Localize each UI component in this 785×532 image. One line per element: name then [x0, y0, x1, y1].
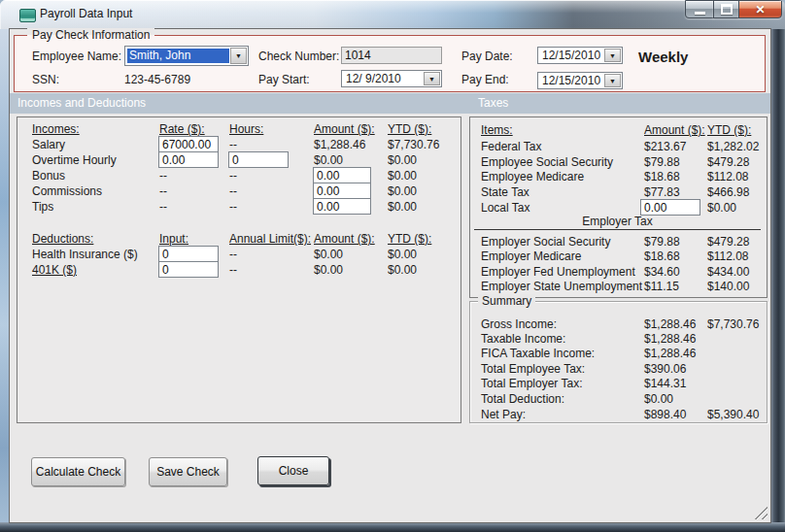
- hours-value: --: [229, 183, 237, 199]
- annual-limit-value: --: [229, 247, 237, 262]
- ssn-label: SSN:: [32, 73, 59, 86]
- ytd-value: $7,730.76: [388, 137, 439, 152]
- incomes-deductions-panel: Incomes: Rate ($): Hours: Amount ($): YT…: [17, 116, 461, 423]
- row-label: Total Deduction:: [481, 391, 564, 407]
- tax-row-employer-social-security: Employer Social Security $79.88 $479.28: [470, 234, 767, 249]
- row-label: Tips: [32, 199, 53, 215]
- minimize-button[interactable]: [685, 0, 714, 18]
- pay-end-value: 12/15/2010: [542, 73, 600, 88]
- summary-row-taxable-income: Taxable Income: $1,288.46: [470, 331, 767, 347]
- amount-value: $1,288.46: [644, 316, 696, 332]
- local-tax-input[interactable]: [640, 199, 700, 216]
- dropdown-arrow-icon[interactable]: ▼: [604, 74, 621, 87]
- ytd-value: $112.08: [707, 249, 749, 264]
- summary-row-net-pay: Net Pay: $898.40 $5,390.40: [470, 407, 767, 422]
- income-row-bonus: Bonus -- -- $0.00: [17, 168, 461, 183]
- summary-row-total-deduction: Total Deduction: $0.00: [470, 391, 767, 407]
- tax-row-state: State Tax $77.83 $466.98: [470, 184, 767, 200]
- pay-date-picker[interactable]: 12/15/2010 ▼: [537, 47, 623, 64]
- summary-row-fica-taxable-income: FICA Taxable Income: $1,288.46: [470, 346, 767, 361]
- amount-header: Amount ($):: [314, 231, 375, 247]
- pay-end-picker[interactable]: 12/15/2010 ▼: [537, 72, 623, 89]
- pay-start-picker[interactable]: 12/ 9/2010 ▼: [341, 70, 442, 87]
- overtime-hours-input[interactable]: [228, 151, 289, 168]
- dropdown-arrow-icon[interactable]: ▼: [230, 48, 247, 64]
- pay-check-information-group: Pay Check Information Employee Name: Smi…: [14, 35, 766, 92]
- amount-header: Amount ($):: [644, 122, 705, 138]
- row-label: Health Insurance ($): [32, 247, 138, 262]
- check-number-input[interactable]: [341, 47, 442, 64]
- tips-amount-input[interactable]: [313, 198, 371, 215]
- hours-value: --: [229, 168, 237, 183]
- amount-value: $0.00: [314, 247, 343, 262]
- resize-grip[interactable]: [754, 506, 768, 519]
- tax-row-employer-state-unemployment: Employer State Unemployment $11.15 $140.…: [470, 279, 767, 294]
- close-window-button[interactable]: ✕: [738, 0, 782, 18]
- row-label: Employer Fed Unemployment: [481, 264, 635, 280]
- employee-name-combobox[interactable]: Smith, John ▼: [124, 46, 249, 66]
- row-label: Bonus: [32, 168, 65, 183]
- group-label: Pay Check Information: [27, 28, 154, 42]
- row-label: Employer State Unemployment: [481, 279, 642, 294]
- row-label: Gross Income:: [481, 316, 557, 332]
- ytd-value: $7,730.76: [707, 316, 759, 332]
- incomes-header: Incomes:: [32, 121, 80, 137]
- maximize-icon: [721, 4, 733, 15]
- income-row-overtime: Overtime Hourly $0.00 $0.00: [17, 152, 461, 168]
- row-label: Federal Tax: [481, 139, 541, 154]
- income-row-commissions: Commissions -- -- $0.00: [17, 183, 461, 199]
- row-label: Overtime Hourly: [32, 152, 117, 168]
- row-label: Net Pay:: [481, 407, 526, 422]
- income-row-tips: Tips -- -- $0.00: [17, 199, 461, 215]
- salary-rate-input[interactable]: [158, 136, 219, 152]
- window-border-bottom: [0, 522, 785, 532]
- title-bar[interactable]: Payroll Data Input: [0, 0, 785, 30]
- incomes-header-row: Incomes: Rate ($): Hours: Amount ($): YT…: [17, 121, 461, 137]
- row-label: Commissions: [32, 183, 102, 199]
- calculate-check-button[interactable]: Calculate Check: [31, 457, 125, 486]
- deductions-header-row: Deductions: Input: Annual Limit($): Amou…: [17, 231, 461, 247]
- ssn-value: 123-45-6789: [124, 73, 190, 86]
- rate-value: --: [159, 183, 167, 199]
- amount-value: $0.00: [314, 262, 343, 278]
- deduction-row-health-insurance: Health Insurance ($) -- $0.00 $0.00: [17, 247, 461, 262]
- close-button[interactable]: Close: [257, 456, 329, 485]
- overtime-rate-input[interactable]: [158, 151, 219, 168]
- ytd-value: $1,282.02: [707, 139, 759, 154]
- ytd-value: $0.00: [388, 183, 417, 199]
- amount-value: $144.31: [644, 376, 686, 391]
- amount-header: Amount ($):: [314, 121, 375, 137]
- maximize-button[interactable]: [713, 0, 739, 18]
- row-label: Local Tax: [481, 200, 529, 216]
- amount-value: $18.68: [644, 169, 680, 184]
- pay-start-value: 12/ 9/2010: [346, 71, 401, 86]
- hours-value: --: [229, 199, 237, 215]
- deductions-header: Deductions:: [32, 231, 93, 247]
- employee-name-value: Smith, John: [127, 49, 229, 63]
- row-label: Employee Social Security: [481, 154, 613, 170]
- amount-value: $0.00: [644, 391, 673, 407]
- ytd-value: $466.98: [707, 184, 749, 200]
- dropdown-arrow-icon[interactable]: ▼: [424, 72, 440, 85]
- row-label-401k: 401K ($): [32, 262, 77, 278]
- commissions-amount-input[interactable]: [313, 183, 371, 199]
- bonus-amount-input[interactable]: [313, 167, 371, 183]
- row-label: State Tax: [481, 184, 529, 200]
- health-insurance-input[interactable]: [158, 246, 219, 262]
- check-number-label: Check Number:: [258, 50, 339, 63]
- close-icon: ✕: [755, 4, 765, 16]
- ytd-value: $112.08: [707, 169, 749, 184]
- ytd-value: $5,390.40: [707, 407, 759, 422]
- 401k-input[interactable]: [158, 261, 219, 278]
- employee-name-label: Employee Name:: [32, 50, 121, 63]
- summary-label: Summary: [478, 294, 535, 308]
- payroll-window: Payroll Data Input ✕ Pay Check Informati…: [0, 0, 785, 532]
- amount-value: $213.67: [644, 139, 686, 154]
- dropdown-arrow-icon[interactable]: ▼: [604, 49, 621, 62]
- ytd-header: YTD ($):: [388, 121, 431, 137]
- app-icon: [19, 9, 36, 22]
- save-check-button[interactable]: Save Check: [149, 457, 227, 486]
- row-label: Total Employee Tax:: [481, 361, 585, 377]
- amount-value: $79.88: [644, 154, 680, 170]
- ytd-value: $479.28: [707, 154, 749, 170]
